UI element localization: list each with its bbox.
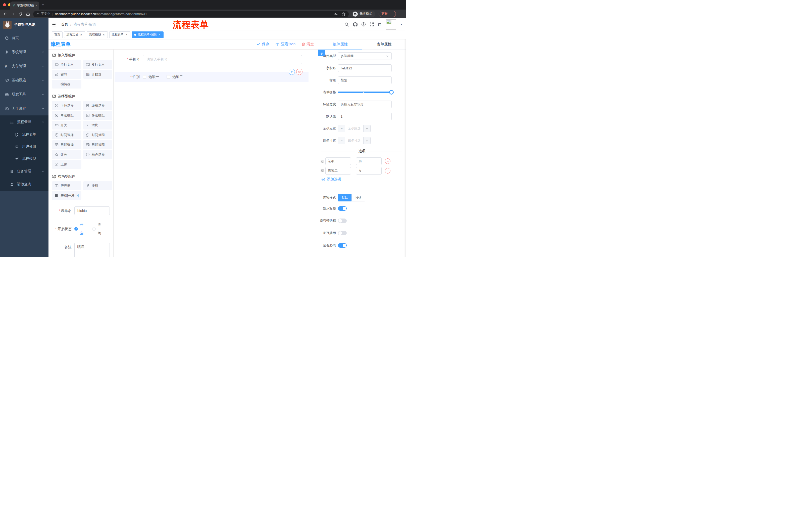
status-on-radio[interactable]: 开启 [75, 220, 85, 237]
component-type-select[interactable]: 多选框组 [338, 52, 392, 60]
sidebar-item-system[interactable]: 系统管理 [0, 45, 49, 59]
fullscreen-icon[interactable] [370, 22, 374, 27]
border-switch[interactable] [338, 218, 347, 223]
palette-item-row-container[interactable]: 行容器 [52, 181, 81, 190]
palette-item-checkbox-group[interactable]: 多选框组 [83, 111, 113, 120]
clear-button[interactable]: 清空 [301, 42, 314, 47]
palette-item-time-picker[interactable]: 时间选择 [52, 131, 81, 139]
drag-handle-icon[interactable] [320, 159, 324, 163]
browser-update-button[interactable]: 更新 ⋮ [379, 11, 396, 17]
tag-process-model[interactable]: 流程模型× [87, 31, 108, 38]
tag-close-icon[interactable]: × [79, 33, 83, 36]
status-off-radio[interactable]: 关闭 [92, 220, 103, 237]
palette-item-editor[interactable]: 编辑器 [52, 80, 81, 88]
sidebar-collapse-icon[interactable] [52, 22, 57, 27]
palette-item-select[interactable]: 下拉选择 [52, 101, 81, 110]
tab-close-icon[interactable]: × [35, 4, 37, 7]
palette-item-upload[interactable]: 上传 [52, 160, 81, 169]
required-switch[interactable] [338, 243, 347, 248]
window-close-button[interactable] [3, 3, 6, 6]
password-key-icon[interactable] [334, 12, 338, 16]
drag-handle-icon[interactable] [320, 169, 324, 173]
tag-process-form-edit[interactable]: 流程表单-编辑× [132, 31, 164, 38]
option-label-input[interactable] [325, 157, 351, 165]
breadcrumb-home[interactable]: 首页 [61, 22, 68, 27]
tab-form-props[interactable]: 表单属性 [362, 39, 406, 50]
sidebar-logo[interactable]: 芋道管理系统 [0, 18, 49, 31]
tag-home[interactable]: 首页 [52, 31, 63, 38]
disabled-switch[interactable] [338, 231, 347, 235]
stepper-increase-button[interactable]: + [363, 125, 370, 132]
style-button-button[interactable]: 按钮 [351, 194, 365, 201]
palette-item-table[interactable]: 表格[开发中] [52, 191, 81, 200]
tag-close-icon[interactable]: × [125, 33, 128, 36]
tag-process-form[interactable]: 流程表单× [109, 31, 130, 38]
reload-icon[interactable] [17, 12, 24, 16]
palette-item-color-picker[interactable]: 颜色选择 [83, 150, 113, 159]
show-label-switch[interactable] [338, 206, 347, 211]
duplicate-component-button[interactable] [289, 69, 295, 75]
view-json-button[interactable]: 查看json [276, 42, 295, 47]
palette-item-counter[interactable]: 123计数器 [83, 70, 113, 79]
add-option-button[interactable]: 添加选项 [321, 177, 406, 182]
delete-component-button[interactable] [296, 69, 302, 75]
remove-option-button[interactable]: − [385, 158, 390, 164]
remark-textarea[interactable]: 嘿嘿 [75, 243, 110, 257]
canvas-field-gender-selected[interactable]: 性别 选项一 选项二 [115, 72, 309, 82]
back-icon[interactable] [2, 12, 8, 16]
min-select-value[interactable]: 至少应选 [345, 125, 363, 132]
browser-menu-icon[interactable]: ⋮ [390, 12, 393, 16]
palette-item-switch[interactable]: 开关 [52, 121, 81, 130]
palette-item-rate[interactable]: 评分 [52, 150, 81, 159]
stepper-decrease-button[interactable]: − [338, 137, 345, 144]
palette-item-slider[interactable]: 滑块 [83, 121, 113, 130]
sidebar-item-user-group[interactable]: 用户分组 [0, 141, 49, 153]
forward-icon[interactable] [9, 12, 16, 16]
form-name-input[interactable] [75, 207, 110, 215]
stepper-decrease-button[interactable]: − [338, 125, 345, 132]
bookmark-star-icon[interactable] [342, 12, 346, 16]
palette-item-password[interactable]: 密码 [52, 70, 81, 79]
tag-process-definition[interactable]: 流程定义× [64, 31, 85, 38]
home-icon[interactable] [25, 12, 31, 16]
save-button[interactable]: 保存 [257, 42, 269, 47]
checkbox-icon[interactable] [167, 75, 170, 79]
sidebar-item-home[interactable]: 首页 [0, 31, 49, 45]
tag-close-icon[interactable]: × [158, 33, 161, 36]
sidebar-item-workflow[interactable]: 工作流程 [0, 101, 49, 115]
option-label-input[interactable] [325, 167, 351, 174]
max-select-value[interactable]: 最多可选 [345, 137, 363, 144]
field-name-input[interactable] [338, 64, 392, 72]
tab-component-props[interactable]: 组件属性 [318, 39, 362, 50]
github-icon[interactable] [353, 22, 357, 27]
sidebar-item-process-form[interactable]: 流程表单 [0, 129, 49, 141]
palette-item-radio-group[interactable]: 单选框组 [52, 111, 81, 120]
phone-input[interactable]: 请输入手机号 [143, 55, 302, 64]
slider-handle[interactable] [389, 90, 394, 94]
new-tab-button[interactable]: + [42, 2, 44, 7]
search-icon[interactable] [344, 22, 349, 27]
sidebar-item-payment[interactable]: ¥ 支付管理 [0, 59, 49, 73]
option-value-input[interactable] [356, 167, 382, 174]
form-canvas[interactable]: 手机号 请输入手机号 性别 选项一 选项二 [114, 50, 318, 257]
form-grid-slider[interactable] [338, 88, 392, 96]
sidebar-item-infrastructure[interactable]: 基础设施 [0, 73, 49, 87]
palette-item-time-range[interactable]: 时间范围 [83, 131, 113, 139]
option-value-input[interactable] [356, 157, 382, 165]
sidebar-item-process-model[interactable]: 流程模型 [0, 153, 49, 165]
help-icon[interactable] [361, 22, 366, 27]
tag-close-icon[interactable]: × [102, 33, 106, 36]
sidebar-item-devtools[interactable]: 研发工具 [0, 87, 49, 101]
palette-item-single-text[interactable]: 单行文本 [52, 60, 81, 69]
title-input[interactable] [338, 77, 392, 84]
avatar-caret-down-icon[interactable]: ▼ [400, 23, 403, 26]
palette-item-date-range[interactable]: 日期范围 [83, 140, 113, 149]
remove-option-button[interactable]: − [385, 168, 390, 173]
link-icon[interactable] [318, 50, 325, 56]
url-bar[interactable]: 不安全 | dashboard.yudao.iocoder.cn/bpm/man… [33, 11, 349, 17]
style-default-button[interactable]: 默认 [338, 194, 351, 201]
default-value-input[interactable] [338, 113, 392, 120]
update-label[interactable]: 更新 [381, 12, 388, 16]
canvas-field-phone[interactable]: 手机号 请输入手机号 [115, 55, 309, 64]
palette-item-multi-text[interactable]: 多行文本 [83, 60, 113, 69]
